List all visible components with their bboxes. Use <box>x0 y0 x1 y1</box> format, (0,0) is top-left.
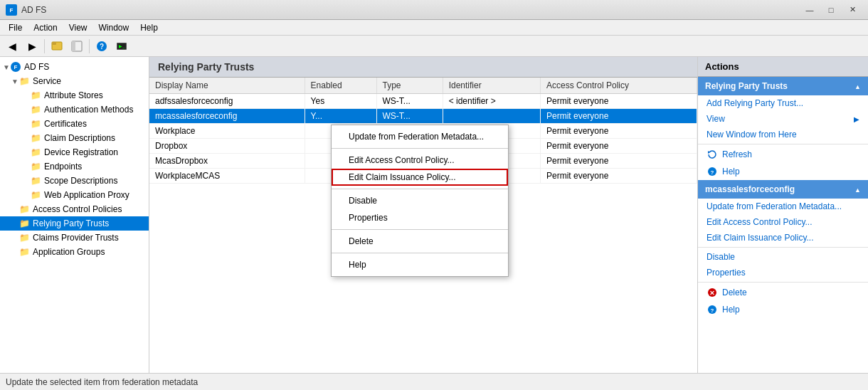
action-label-disable: Disable <box>706 252 735 262</box>
table-cell-4-0: McasDropbox <box>149 154 305 169</box>
table-cell-3-0: Dropbox <box>149 139 305 154</box>
folder-icon-claims: 📁 <box>18 232 30 243</box>
tree-item-app-groups[interactable]: ▶ 📁 Application Groups <box>0 245 149 259</box>
help-toolbar-button[interactable]: ? <box>92 38 111 55</box>
tree-label-access-control: Access Control Policies <box>33 204 122 214</box>
action-label-help-2: Help <box>722 305 740 315</box>
table-row[interactable]: mcassalesforceconfigY...WS-T...Permit ev… <box>149 109 697 124</box>
refresh-icon <box>706 149 718 160</box>
toolbar-separator-2 <box>89 39 90 53</box>
ctx-delete[interactable]: Delete <box>332 233 508 250</box>
table-row[interactable]: adfssalesforceconfigYesWS-T...< identifi… <box>149 94 697 109</box>
minimize-button[interactable]: — <box>800 3 820 17</box>
actions-relying-party-items: Add Relying Party Trust... View ▶ New Wi… <box>698 95 868 180</box>
action-view[interactable]: View ▶ <box>698 111 868 127</box>
svg-text:▶_: ▶_ <box>119 44 125 48</box>
folder-icon-scope: 📁 <box>30 175 41 186</box>
forward-button[interactable]: ▶ <box>23 38 41 55</box>
table-cell-3-4: Permit everyone <box>540 139 697 154</box>
table-cell-1-3 <box>443 109 540 124</box>
svg-rect-5 <box>72 41 75 51</box>
ctx-disable[interactable]: Disable <box>332 192 508 209</box>
title-bar: F AD FS — □ ✕ <box>0 0 868 20</box>
tree-item-service[interactable]: ▼ 📁 Service <box>0 74 149 88</box>
tree-label-claim-descriptions: Claim Descriptions <box>44 133 115 143</box>
tree-item-claims-provider[interactable]: ▶ 📁 Claims Provider Trusts <box>0 231 149 245</box>
col-identifier[interactable]: Identifier <box>443 78 540 94</box>
action-edit-access[interactable]: Edit Access Control Policy... <box>698 214 868 230</box>
ctx-properties[interactable]: Properties <box>332 209 508 226</box>
chevron-up-icon <box>854 81 861 91</box>
back-button[interactable]: ◀ <box>3 38 21 55</box>
action-properties[interactable]: Properties <box>698 265 868 280</box>
menu-action[interactable]: Action <box>28 21 63 34</box>
tree-item-web-app-proxy[interactable]: ▶ 📁 Web Application Proxy <box>0 188 149 202</box>
actions-section-mcas[interactable]: mcassalesforceconfig <box>698 180 868 199</box>
ctx-sep-3 <box>332 229 508 230</box>
action-new-window[interactable]: New Window from Here <box>698 127 868 142</box>
action-delete[interactable]: ✕ Delete <box>698 284 868 301</box>
table-cell-5-4: Permit everyone <box>540 169 697 184</box>
app-icon: F <box>6 4 17 16</box>
ctx-sep-1 <box>332 148 508 149</box>
up-button[interactable] <box>48 38 66 55</box>
context-menu: Update from Federation Metadata... Edit … <box>331 125 509 277</box>
tree-item-relying-party[interactable]: ▶ 📁 Relying Party Trusts <box>0 216 149 231</box>
ctx-help[interactable]: Help <box>332 256 508 273</box>
col-access-control[interactable]: Access Control Policy <box>540 78 697 94</box>
action-label-refresh: Refresh <box>722 149 752 159</box>
svg-text:F: F <box>10 7 14 14</box>
tree-item-endpoints[interactable]: ▶ 📁 Endpoints <box>0 159 149 174</box>
tree-item-certificates[interactable]: ▶ 📁 Certificates <box>0 117 149 131</box>
title-controls: — □ ✕ <box>800 3 862 17</box>
action-disable[interactable]: Disable <box>698 249 868 265</box>
table-cell-1-2: WS-T... <box>376 109 443 124</box>
menu-view[interactable]: View <box>63 21 93 34</box>
menu-file[interactable]: File <box>3 21 28 34</box>
col-display-name[interactable]: Display Name <box>149 78 305 94</box>
tree-item-claim-descriptions[interactable]: ▶ 📁 Claim Descriptions <box>0 131 149 145</box>
actions-section-relying-party[interactable]: Relying Party Trusts <box>698 77 868 95</box>
svg-text:?: ? <box>100 43 104 51</box>
table-cell-2-0: Workplace <box>149 124 305 139</box>
actions-panel: Actions Relying Party Trusts Add Relying… <box>697 57 868 373</box>
folder-icon-cert: 📁 <box>30 118 41 130</box>
menu-window[interactable]: Window <box>93 21 135 34</box>
content-panel: Relying Party Trusts Display Name Enable… <box>149 57 697 373</box>
table-cell-0-1: Yes <box>305 94 376 109</box>
tree-item-adfs[interactable]: ▼ F AD FS <box>0 60 149 74</box>
ctx-edit-claim-policy[interactable]: Edit Claim Issuance Policy... <box>332 169 508 186</box>
folder-icon-service: 📁 <box>18 75 30 87</box>
expand-icon-adfs: ▼ <box>3 63 10 71</box>
ctx-update-metadata[interactable]: Update from Federation Metadata... <box>332 128 508 145</box>
tree-item-attribute-stores[interactable]: ▶ 📁 Attribute Stores <box>0 88 149 102</box>
tree-label-web-app-proxy: Web Application Proxy <box>44 190 129 200</box>
close-button[interactable]: ✕ <box>842 3 862 17</box>
console-button[interactable]: ▶_ <box>112 38 131 55</box>
table-cell-0-3: < identifier > <box>443 94 540 109</box>
show-hide-button[interactable] <box>68 38 86 55</box>
action-label-edit-access: Edit Access Control Policy... <box>706 217 813 227</box>
folder-icon-relying: 📁 <box>18 218 30 229</box>
tree-item-auth-methods[interactable]: ▶ 📁 Authentication Methods <box>0 102 149 117</box>
toolbar: ◀ ▶ ? ▶_ <box>0 36 868 57</box>
menu-help[interactable]: Help <box>134 21 164 34</box>
action-edit-claim[interactable]: Edit Claim Issuance Policy... <box>698 230 868 246</box>
col-type[interactable]: Type <box>376 78 443 94</box>
arrow-right-icon: ▶ <box>854 115 859 123</box>
svg-text:?: ? <box>711 307 714 314</box>
action-add-relying-party[interactable]: Add Relying Party Trust... <box>698 95 868 111</box>
tree-item-device-registration[interactable]: ▶ 📁 Device Registration <box>0 145 149 159</box>
action-sep-2 <box>698 247 868 248</box>
action-update-meta[interactable]: Update from Federation Metadata... <box>698 199 868 214</box>
tree-item-scope-descriptions[interactable]: ▶ 📁 Scope Descriptions <box>0 174 149 188</box>
tree-item-access-control[interactable]: ▶ 📁 Access Control Policies <box>0 202 149 216</box>
action-refresh[interactable]: Refresh <box>698 146 868 163</box>
ctx-edit-access-policy[interactable]: Edit Access Control Policy... <box>332 152 508 169</box>
action-label-new-window: New Window from Here <box>706 130 797 139</box>
maximize-button[interactable]: □ <box>821 3 841 17</box>
col-enabled[interactable]: Enabled <box>305 78 376 94</box>
action-help-1[interactable]: ? Help <box>698 163 868 180</box>
table-cell-1-0: mcassalesforceconfig <box>149 109 305 124</box>
action-help-2[interactable]: ? Help <box>698 301 868 318</box>
